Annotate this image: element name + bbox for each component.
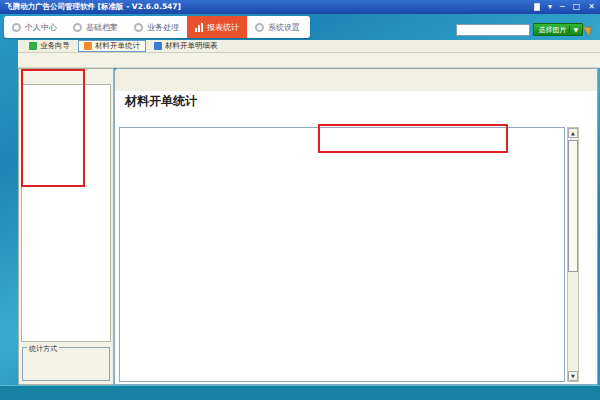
circle-icon [12,23,21,32]
nav-item-label: 个人中心 [25,22,57,33]
page-icon[interactable] [534,3,540,11]
report-title: 材料开单统计 [125,93,197,110]
tab-label: 材料开单明细表 [165,41,218,51]
report-tab-bar: 业务向导材料开单统计材料开单明细表 [18,40,600,53]
stat-mode-groupbox: 统计方式 [22,347,110,381]
nav-item-label: 系统设置 [268,22,300,33]
scrollbar-thumb[interactable] [568,140,578,272]
tab-材料开单统计[interactable]: 材料开单统计 [78,40,146,52]
nav-item-label: 基础档案 [86,22,118,33]
stat-mode-label: 统计方式 [27,344,59,354]
scroll-up-icon[interactable]: ▲ [568,128,578,138]
image-path-input[interactable] [456,24,530,36]
grid-icon [154,42,162,50]
minimize-button[interactable]: ─ [560,3,565,11]
toolbar [18,53,600,68]
report-area: 材料开单统计 ▲ ▼ [114,68,598,385]
material-table [119,127,565,382]
tab-label: 业务向导 [40,41,70,51]
cursor-arrow-icon [584,24,594,36]
window-title: 飞腾动力广告公司管理软件 [标准版 - V2.6.0.547] [5,2,181,12]
nav-item-基础档案[interactable]: 基础档案 [65,16,126,38]
circle-icon [255,23,264,32]
nav-band: 个人中心基础档案业务处理报表统计系统设置 选择图片 ▼ [0,14,600,40]
close-button[interactable]: ✕ [588,3,595,11]
grid-icon [29,42,37,50]
status-bar [0,385,600,400]
maximize-button[interactable]: □ [573,3,581,11]
chevron-down-icon[interactable]: ▾ [548,3,552,11]
nav-item-个人中心[interactable]: 个人中心 [4,16,65,38]
category-panel: 统计方式 [18,68,114,385]
chevron-down-icon[interactable]: ▼ [569,26,578,33]
nav-item-label: 报表统计 [207,22,239,33]
circle-icon [134,23,143,32]
nav-item-系统设置[interactable]: 系统设置 [247,16,308,38]
tab-业务向导[interactable]: 业务向导 [24,40,75,52]
vertical-scrollbar[interactable]: ▲ ▼ [567,127,579,382]
category-tree [21,84,111,342]
tab-label: 材料开单统计 [95,41,140,51]
bar-chart-icon [195,23,203,32]
title-bar: 飞腾动力广告公司管理软件 [标准版 - V2.6.0.547] ▾ ─ □ ✕ [0,0,600,14]
scroll-down-icon[interactable]: ▼ [568,371,578,381]
circle-icon [73,23,82,32]
grid-icon [84,42,92,50]
main-nav: 个人中心基础档案业务处理报表统计系统设置 [4,16,310,38]
select-image-button[interactable]: 选择图片 ▼ [533,23,583,36]
nav-item-label: 业务处理 [147,22,179,33]
tab-材料开单明细表[interactable]: 材料开单明细表 [149,40,223,52]
nav-item-报表统计[interactable]: 报表统计 [187,16,247,38]
nav-item-业务处理[interactable]: 业务处理 [126,16,187,38]
filter-strip [115,69,597,91]
